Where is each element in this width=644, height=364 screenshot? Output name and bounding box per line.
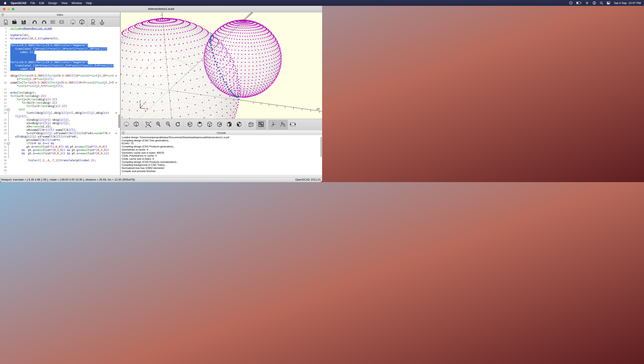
preview-button[interactable]: » bbox=[122, 120, 131, 130]
minimize-window-button[interactable] bbox=[8, 8, 10, 10]
code-row: 15sbig=[for(i=[0:5:360])[for(j=[0:5:360]… bbox=[0, 74, 120, 78]
print-3d-button[interactable] bbox=[98, 18, 106, 27]
code-row: 10 bbox=[0, 57, 120, 61]
view-right-button[interactable] bbox=[185, 120, 195, 130]
code-text: %translate([10,2,5])sphere(5); bbox=[10, 37, 59, 40]
line-number: 15 bbox=[0, 74, 7, 78]
view-bottom-button[interactable] bbox=[205, 120, 214, 130]
editor-close-icon[interactable]: ✕ bbox=[1, 13, 4, 16]
zoom-all-button[interactable] bbox=[144, 120, 153, 130]
code-row: 28 v4=ssmall[k+1][l]-ssmall[k][l], bbox=[0, 128, 120, 132]
code-row: 16ssmall=[for(i=[0:5:360])[for(j=[0:5:36… bbox=[0, 81, 120, 84]
3d-viewport-canvas[interactable] bbox=[120, 12, 322, 119]
view-orthogonal-button[interactable] bbox=[256, 120, 266, 130]
indent-button[interactable] bbox=[57, 18, 66, 27]
window-title-bar[interactable]: intersections1.scad bbox=[0, 6, 322, 12]
code-row: 34 && pt.z>=min(list*[0,0,1]) && pt.z<=m… bbox=[0, 152, 120, 155]
console-scrollbar-thumb[interactable] bbox=[320, 137, 322, 157]
console-close-icon[interactable]: ✕ bbox=[122, 131, 124, 134]
unindent-button[interactable] bbox=[48, 18, 57, 27]
code-row: 3%sphere(10); bbox=[0, 34, 120, 37]
svg-text:»: » bbox=[72, 22, 74, 25]
zoom-in-button[interactable] bbox=[153, 120, 163, 130]
menu-item-window[interactable]: Window bbox=[70, 1, 84, 5]
fold-marker-end bbox=[7, 138, 10, 142]
svg-text:10: 10 bbox=[283, 124, 286, 127]
code-editor[interactable]: 1include<dependencies.scad>23%sphere(10)… bbox=[0, 27, 120, 173]
render-button[interactable] bbox=[78, 18, 86, 27]
fold-marker-start[interactable] bbox=[7, 142, 10, 145]
render-button[interactable] bbox=[131, 120, 141, 130]
view-all-button[interactable] bbox=[288, 120, 298, 130]
code-text: let( bbox=[10, 108, 25, 111]
preview-button[interactable]: » bbox=[68, 18, 78, 27]
close-window-button[interactable] bbox=[3, 8, 5, 10]
fold-marker-line bbox=[7, 135, 10, 138]
code-row: 32 pt.x>=min(list*[1,0,0]) && pt.x<=max(… bbox=[0, 145, 120, 148]
code-text: v3=cross(v2,v1), bbox=[10, 125, 52, 128]
view-front-button[interactable] bbox=[224, 120, 234, 130]
reset-view-button[interactable] bbox=[173, 120, 183, 130]
code-row: 1include<dependencies.scad> bbox=[0, 27, 120, 30]
open-file-button[interactable] bbox=[10, 18, 19, 27]
view-front-icon bbox=[226, 121, 232, 128]
apple-menu[interactable] bbox=[0, 1, 9, 5]
code-text: ssmall=[for(i=[0:5:360])[for(j=[0:5:360]… bbox=[10, 81, 114, 84]
code-text: list=[sbig[i][j],sbig[i][j+1],sbig[i+1][… bbox=[10, 111, 109, 115]
console-line: CGAL cache size in bytes: 0 bbox=[122, 157, 322, 161]
show-scale-markers-button[interactable]: 10 bbox=[278, 120, 288, 130]
line-number: 16 bbox=[0, 81, 7, 84]
view-back-button[interactable] bbox=[234, 120, 244, 130]
view-top-button[interactable] bbox=[195, 120, 205, 130]
zoom-out-button[interactable] bbox=[163, 120, 173, 130]
menu-item-openscad[interactable]: OpenSCAD bbox=[9, 1, 28, 5]
code-text: cube(.1); bbox=[10, 51, 34, 54]
view-left-button[interactable] bbox=[214, 120, 224, 130]
code-row: 8 cube(.1); bbox=[0, 51, 120, 54]
console-log[interactable]: Loaded design '/Users/sanjeevprabhakar/D… bbox=[120, 135, 322, 177]
fold-marker-start[interactable] bbox=[7, 108, 10, 111]
code-text bbox=[10, 57, 36, 61]
code-row: 7 translate( [10*cos(i)*sin(j),10*sin(i)… bbox=[0, 47, 120, 51]
code-text: for(i=[0:len(sbig)-2]) bbox=[10, 95, 46, 98]
code-row: 36 )color([.2,.4,.7,1])translate(pt)cube… bbox=[0, 159, 120, 162]
redo-button[interactable] bbox=[39, 18, 48, 27]
save-file-button[interactable] bbox=[19, 18, 28, 27]
undo-button[interactable] bbox=[30, 18, 39, 27]
menu-item-view[interactable]: View bbox=[59, 1, 70, 5]
view-all-icon bbox=[290, 122, 296, 128]
code-row: v3*sbig[i][j]-v3*ssmall[k][l])/(v3*v4), bbox=[0, 135, 120, 138]
code-text: && pt.z>=min(list*[0,0,1]) && pt.z<=max(… bbox=[10, 152, 109, 155]
console-panel-header: ✕ Console bbox=[120, 130, 322, 135]
code-row: 31 if(t>0 && t<=1 && bbox=[0, 142, 120, 145]
line-number: 14 bbox=[0, 71, 7, 74]
code-row: 26 v2=sbig[i+1][j]-sbig[i][j], bbox=[0, 122, 120, 125]
new-file-button[interactable] bbox=[1, 18, 10, 27]
view-bottom-icon bbox=[207, 121, 212, 128]
editor-panel-header: ✕ Editor bbox=[0, 12, 120, 17]
menu-item-design[interactable]: Design bbox=[46, 1, 59, 5]
line-number: 28 bbox=[0, 128, 7, 132]
render-icon bbox=[79, 19, 84, 25]
code-row: *sin(i)*sin(j),5+5*cos(j)]]]; bbox=[0, 84, 120, 88]
line-number: 36 bbox=[0, 159, 7, 162]
code-row: 6for(i=[0:5:360])for(j=[0:5:360])color("… bbox=[0, 44, 120, 47]
code-row: 37 bbox=[0, 162, 120, 165]
code-row: 11for(i=[0:5:360])for(j=[0:5:360])color(… bbox=[0, 61, 120, 64]
export-stl-button[interactable]: STL bbox=[88, 18, 98, 27]
console-line: Compiling design (CSG Tree generation)..… bbox=[122, 139, 322, 142]
3d-viewport[interactable] bbox=[120, 12, 322, 119]
line-number: 34 bbox=[0, 152, 7, 155]
fold-marker-line bbox=[7, 128, 10, 132]
redo-icon bbox=[41, 20, 46, 25]
menu-item-file[interactable]: File bbox=[28, 1, 37, 5]
editor-scrollbar-thumb[interactable] bbox=[118, 114, 120, 128]
menu-item-edit[interactable]: Edit bbox=[37, 1, 46, 5]
view-perspective-icon bbox=[248, 121, 254, 128]
console-line: Compiling design (CSG Products normaliza… bbox=[122, 161, 322, 164]
view-perspective-button[interactable] bbox=[246, 120, 256, 130]
menu-item-help[interactable]: Help bbox=[84, 1, 94, 5]
code-text: && pt.y>=min(list*[0,1,0]) && pt.y<=max(… bbox=[10, 148, 109, 152]
zoom-window-button[interactable] bbox=[12, 8, 14, 10]
show-axes-button[interactable] bbox=[268, 120, 278, 130]
